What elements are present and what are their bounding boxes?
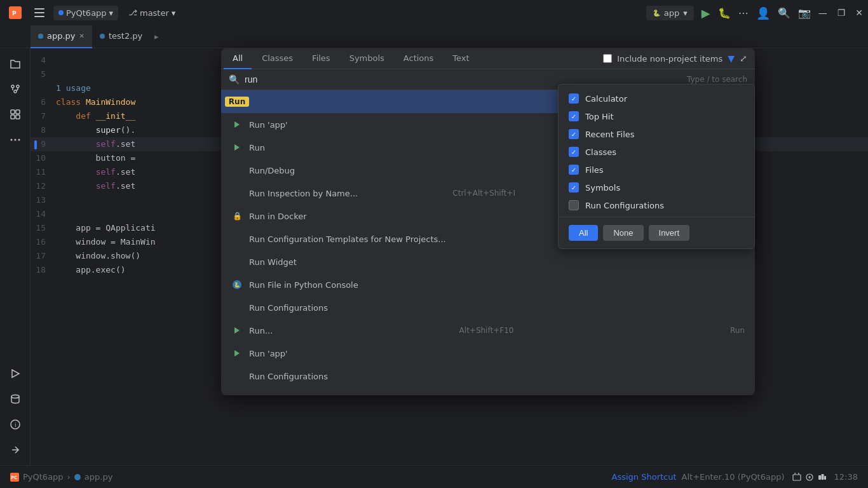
result-run-file-python[interactable]: 🐍 Run File in Python Console: [221, 273, 755, 296]
project-selector[interactable]: PyQt6app ▾: [53, 6, 118, 20]
search-icon[interactable]: 🔍: [778, 7, 790, 19]
filter-label-recent-files: Recent Files: [585, 130, 635, 139]
search-tab-classes[interactable]: Classes: [253, 48, 302, 69]
svg-point-2: [11, 85, 14, 88]
project-dropdown-icon: ▾: [109, 8, 114, 18]
clock: 12:38: [834, 472, 858, 482]
filter-checkbox-recent-files: ✓: [569, 129, 579, 139]
sidebar-database-icon[interactable]: [5, 389, 25, 409]
result-run-app-ctrl-text: Run 'app': [249, 395, 681, 396]
title-bar: P PyQt6app ▾ ⎇ master ▾ 🐍 app ▾ ▶ 🐛 ⋯ 👤 …: [0, 0, 868, 25]
expand-icon[interactable]: ⤢: [740, 53, 747, 64]
hamburger-menu-button[interactable]: [31, 4, 48, 22]
left-sidebar: i: [0, 48, 31, 465]
debug-button[interactable]: 🐛: [718, 7, 731, 19]
run-app2-icon: [231, 348, 243, 359]
result-run-app-ctrl-shortcut: Ctrl+Shift+F10: [687, 395, 745, 395]
include-non-project-label: Include non-project items: [617, 54, 722, 64]
sidebar-git-icon[interactable]: [5, 79, 25, 99]
filter-dropdown: ✓ Calculator ✓ Top Hit ✓ Recent Files ✓ …: [558, 84, 755, 249]
filter-icon[interactable]: ▼: [728, 53, 735, 64]
filter-item-top-hit[interactable]: ✓ Top Hit: [559, 107, 754, 125]
run-configurations2-icon: [231, 370, 243, 382]
tab-close-button[interactable]: ✕: [79, 32, 85, 39]
search-tab-files[interactable]: Files: [303, 48, 339, 69]
tab-test2-py[interactable]: test2.py: [92, 25, 150, 48]
result-run-docker-text: Run in Docker: [249, 212, 417, 221]
filter-label-classes: Classes: [585, 147, 616, 157]
breadcrumb-file[interactable]: app.py: [85, 472, 113, 482]
user-icon[interactable]: 👤: [756, 6, 770, 20]
result-run-ellipsis[interactable]: Run... Alt+Shift+F10 Run: [221, 319, 755, 342]
camera-icon[interactable]: 📷: [798, 7, 811, 19]
breadcrumb: PC PyQt6app › app.py: [10, 472, 112, 482]
breadcrumb-project[interactable]: PyQt6app: [23, 472, 64, 482]
sidebar-folder-icon[interactable]: [5, 53, 25, 74]
filter-invert-button[interactable]: Invert: [649, 225, 690, 241]
svg-text:P: P: [12, 10, 17, 17]
search-input[interactable]: [245, 74, 682, 85]
run-config-selector[interactable]: 🐍 app ▾: [646, 6, 694, 20]
branch-dropdown-icon: ▾: [172, 8, 176, 18]
search-type-hint: Type / to search: [687, 75, 747, 84]
result-run-app2[interactable]: Run 'app': [221, 342, 755, 365]
filter-item-symbols[interactable]: ✓ Symbols: [559, 179, 754, 196]
minimize-button[interactable]: —: [818, 8, 827, 18]
result-run-configurations2[interactable]: Run Configurations: [221, 365, 755, 388]
sidebar-more-icon[interactable]: [5, 130, 25, 150]
more-button[interactable]: ⋯: [738, 7, 749, 19]
filter-all-button[interactable]: All: [569, 225, 598, 241]
filter-label-symbols: Symbols: [585, 183, 620, 193]
close-button[interactable]: ✕: [855, 8, 863, 18]
result-run-ellipsis-shortcut: Alt+Shift+F10: [459, 326, 514, 335]
result-run-configurations[interactable]: Run Configurations: [221, 296, 755, 319]
search-tab-text[interactable]: Text: [444, 48, 478, 69]
python-icon-2: [100, 34, 105, 39]
filter-none-button[interactable]: None: [603, 225, 643, 241]
branch-name: master: [140, 8, 169, 18]
tab-app-py[interactable]: app.py ✕: [31, 25, 92, 48]
include-non-project-checkbox[interactable]: [603, 54, 612, 63]
result-run-configurations2-text: Run Configurations: [249, 372, 745, 381]
search-tab-all[interactable]: All: [224, 48, 252, 69]
filter-item-run-configurations[interactable]: Run Configurations: [559, 196, 754, 214]
search-tab-actions[interactable]: Actions: [395, 48, 443, 69]
window-controls: — ❐ ✕: [818, 8, 863, 18]
result-run-ellipsis-badge: Run: [730, 326, 745, 335]
run-ellipsis-icon: [231, 325, 243, 336]
svg-rect-5: [11, 110, 15, 114]
result-run-widget[interactable]: Run Widget: [221, 250, 755, 273]
filter-item-classes[interactable]: ✓ Classes: [559, 143, 754, 161]
assign-shortcut-link[interactable]: Assign Shortcut: [612, 472, 677, 482]
filter-checkbox-symbols: ✓: [569, 182, 579, 193]
tab-label: app.py: [47, 31, 76, 41]
tab-label-2: test2.py: [109, 31, 142, 41]
run-button[interactable]: ▶: [702, 6, 710, 20]
filter-item-recent-files[interactable]: ✓ Recent Files: [559, 125, 754, 143]
run-alt4-icon: [231, 142, 243, 153]
sidebar-git2-icon[interactable]: [5, 440, 25, 460]
maximize-button[interactable]: ❐: [837, 8, 846, 18]
result-run-app-ctrl[interactable]: Run 'app' Ctrl+Shift+F10: [221, 388, 755, 395]
search-tab-symbols[interactable]: Symbols: [341, 48, 393, 69]
filter-label-files: Files: [585, 165, 604, 175]
sidebar-notification-icon[interactable]: i: [5, 414, 25, 435]
run-docker-icon: 🔒: [231, 210, 243, 222]
filter-checkbox-classes: ✓: [569, 147, 579, 157]
filter-item-calculator[interactable]: ✓ Calculator: [559, 90, 754, 107]
filter-label-top-hit: Top Hit: [585, 112, 614, 121]
filter-item-files[interactable]: ✓ Files: [559, 161, 754, 179]
sidebar-run-icon[interactable]: [5, 363, 25, 384]
more-tabs-button[interactable]: ▸: [150, 30, 163, 43]
branch-icon: ⎇: [128, 8, 137, 17]
svg-rect-8: [16, 115, 20, 119]
run-config-icon: 🐍: [653, 10, 660, 17]
result-run-file-python-text: Run File in Python Console: [249, 280, 745, 290]
svg-point-9: [10, 139, 12, 141]
run-widget-icon: [231, 256, 243, 268]
filter-checkbox-calculator: ✓: [569, 93, 579, 104]
sidebar-extensions-icon[interactable]: [5, 104, 25, 125]
project-dot: [58, 10, 64, 15]
branch-selector[interactable]: ⎇ master ▾: [123, 6, 180, 20]
status-bar: PC PyQt6app › app.py Assign Shortcut Alt…: [0, 465, 868, 488]
